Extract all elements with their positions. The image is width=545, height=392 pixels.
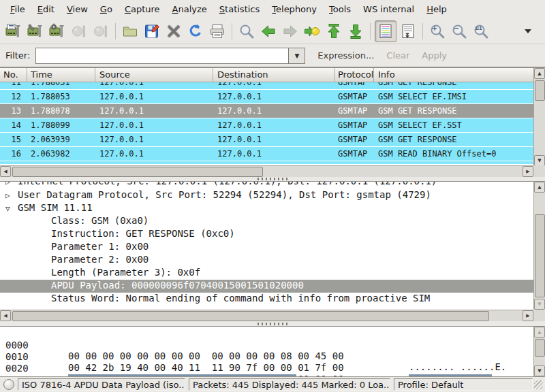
menu-statistics[interactable]: Statistics — [213, 1, 266, 17]
zoom-out-button[interactable]: − — [449, 21, 469, 42]
cell-source: 127.0.0.1 — [95, 120, 213, 130]
goto-packet-icon — [304, 23, 320, 39]
menu-tools[interactable]: Tools — [323, 1, 357, 17]
scrollbar-thumb[interactable] — [535, 214, 545, 297]
list-interfaces-button[interactable] — [3, 21, 24, 42]
filter-dropdown-button[interactable]: ▼ — [288, 48, 305, 64]
table-row-selected[interactable]: 13 1.788078 127.0.0.1 127.0.0.1 GSMTAP G… — [0, 103, 533, 118]
hex-row[interactable]: 0000 00 00 00 00 00 00 00 00 00 00 00 00… — [0, 329, 545, 340]
capture-start-button[interactable] — [47, 21, 67, 42]
capture-restart-button — [91, 21, 111, 42]
status-bar: ISO 7816-4 APDU Data Payload (iso... Pac… — [0, 376, 545, 392]
close-file-button[interactable] — [164, 21, 184, 42]
arrow-left-icon: ◀ — [3, 313, 7, 318]
tree-item[interactable]: Parameter 2: 0x00 — [0, 254, 533, 267]
column-header-source[interactable]: Source — [95, 68, 213, 82]
table-row[interactable]: 12 1.788053 127.0.0.1 127.0.0.1 GSMTAP G… — [0, 89, 533, 103]
hex-row[interactable]: 0010 00 42 2b 19 40 00 40 11 11 90 7f 00… — [0, 340, 545, 352]
expert-info-icon[interactable] — [3, 379, 14, 390]
pane-splitter-handle[interactable] — [0, 321, 545, 326]
column-header-no[interactable]: No. — [0, 68, 27, 82]
go-back-button[interactable] — [258, 21, 279, 42]
table-row-clipped[interactable]: 11 1.788031 127.0.0.1 127.0.0.1 GSMTAP G… — [0, 82, 533, 89]
tree-item[interactable]: Status Word: Normal ending of command wi… — [0, 293, 533, 306]
menu-help[interactable]: Help — [420, 1, 453, 17]
packet-list-pane: No. Time Source Destination Protocol Inf… — [0, 67, 545, 177]
expression-button[interactable]: Expression... — [317, 50, 374, 61]
menu-capture[interactable]: Capture — [119, 1, 166, 17]
expander-expanded-icon[interactable]: ▽ — [0, 204, 18, 213]
tree-item[interactable]: ▽GSM SIM 11.11 — [0, 202, 533, 215]
toolbar-overflow-button[interactable] — [518, 21, 538, 42]
zoom-normal-button[interactable]: 1:1 — [471, 21, 491, 42]
open-file-button[interactable] — [120, 21, 140, 42]
hex-vertical-scrollbar[interactable]: ▲ ▼ — [533, 327, 545, 376]
scroll-left-button[interactable]: ◀ — [0, 166, 11, 177]
column-header-protocol[interactable]: Protocol — [335, 68, 374, 82]
resize-grip[interactable] — [534, 380, 543, 389]
filter-label: Filter: — [5, 50, 30, 61]
scrollbar-thumb[interactable] — [12, 167, 263, 177]
column-header-destination[interactable]: Destination — [213, 68, 335, 82]
hex-row[interactable]: 0020 00 01 cc 46 12 79 00 2e fe 41 02 04… — [0, 352, 545, 363]
filter-input[interactable] — [35, 48, 288, 64]
details-horizontal-scrollbar[interactable]: ◀ ▶ — [0, 310, 533, 321]
open-folder-icon — [122, 23, 138, 39]
tree-item[interactable]: Class: GSM (0xa0) — [0, 215, 533, 228]
tree-item-label: Status Word: Normal ending of command wi… — [51, 293, 430, 304]
save-file-button[interactable] — [142, 21, 162, 42]
print-button[interactable] — [207, 21, 228, 42]
reload-icon — [187, 23, 204, 39]
scroll-down-button[interactable]: ▼ — [534, 365, 545, 376]
auto-scroll-button[interactable] — [398, 21, 418, 42]
scroll-left-button[interactable]: ◀ — [0, 310, 11, 321]
tree-item[interactable]: Instruction: GET RESPONSE (0xc0) — [0, 228, 533, 241]
menu-analyze[interactable]: Analyze — [166, 1, 213, 17]
reload-button[interactable] — [185, 21, 206, 42]
go-to-top-button[interactable] — [324, 21, 344, 42]
tree-item-label: Instruction: GET RESPONSE (0xc0) — [51, 228, 235, 239]
packet-list-horizontal-scrollbar[interactable]: ◀ ▶ — [0, 165, 533, 177]
zoom-in-button[interactable]: + — [427, 21, 448, 42]
find-packet-button[interactable] — [236, 21, 257, 42]
cell-time: 1.788099 — [27, 120, 95, 130]
packet-list-vertical-scrollbar[interactable]: ▲ ▼ — [533, 68, 545, 166]
scrollbar-thumb[interactable] — [12, 311, 489, 321]
tree-item[interactable]: Length (Parameter 3): 0x0f — [0, 267, 533, 280]
cell-info: GSM SELECT EF.IMSI — [374, 92, 533, 101]
menu-edit[interactable]: Edit — [31, 1, 61, 17]
colorize-button[interactable] — [375, 20, 396, 42]
tree-item[interactable]: Parameter 1: 0x00 — [0, 241, 533, 254]
tree-item[interactable]: ▷User Datagram Protocol, Src Port: 52294… — [0, 189, 533, 202]
scroll-up-button[interactable]: ▲ — [534, 68, 545, 79]
network-card-list-icon — [5, 23, 22, 39]
column-header-time[interactable]: Time — [27, 68, 95, 82]
scrollbar-thumb[interactable] — [535, 339, 545, 357]
status-profile[interactable]: Profile: Default — [394, 378, 533, 391]
scroll-right-button[interactable]: ▶ — [523, 310, 533, 321]
column-header-info[interactable]: Info — [374, 68, 533, 82]
menu-file[interactable]: File — [4, 1, 31, 17]
tree-item-clipped[interactable]: ▷Internet Protocol, Src: 127.0.0.1 (127.… — [0, 182, 533, 189]
hex-row[interactable]: 0030 00 00 00 00 00 00 00 00 00 00 a0 c0… — [0, 363, 545, 375]
menu-go[interactable]: Go — [94, 1, 119, 17]
table-row[interactable]: 14 1.788099 127.0.0.1 127.0.0.1 GSMTAP G… — [0, 118, 533, 132]
scroll-right-button[interactable]: ▶ — [523, 166, 533, 177]
capture-options-button[interactable] — [25, 21, 46, 42]
scrollbar-thumb[interactable] — [535, 80, 545, 101]
tree-item-selected[interactable]: APDU Payload: 000000096f0704001500150102… — [0, 280, 533, 293]
menu-ws-internal[interactable]: WS internal — [357, 1, 420, 17]
expander-collapsed-icon[interactable]: ▷ — [0, 191, 18, 200]
table-row[interactable]: 16 2.063982 127.0.0.1 127.0.0.1 GSMTAP G… — [0, 146, 533, 161]
expander-collapsed-icon[interactable]: ▷ — [0, 182, 18, 186]
cell-source: 127.0.0.1 — [95, 82, 213, 87]
colorize-icon — [377, 23, 394, 39]
table-row[interactable]: 15 2.063939 127.0.0.1 127.0.0.1 GSMTAP G… — [0, 132, 533, 146]
details-vertical-scrollbar[interactable]: ▲ ▼ — [533, 182, 545, 310]
menu-view[interactable]: View — [61, 1, 94, 17]
go-to-packet-button[interactable] — [302, 21, 322, 42]
scroll-up-button[interactable]: ▲ — [534, 182, 545, 193]
menu-telephony[interactable]: Telephony — [266, 1, 323, 17]
scroll-down-button[interactable]: ▼ — [534, 155, 545, 166]
go-to-bottom-button[interactable] — [345, 21, 366, 42]
